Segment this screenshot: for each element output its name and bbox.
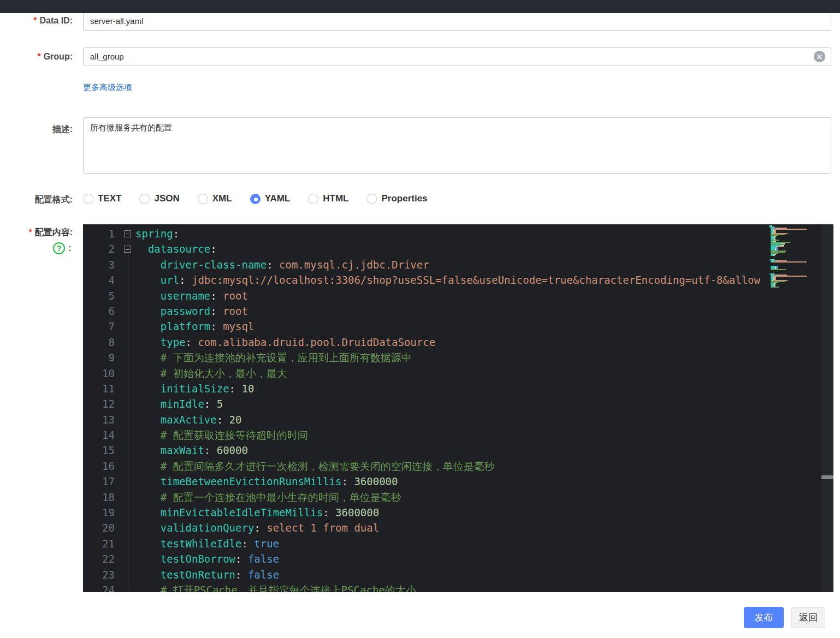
format-option-xml[interactable]: XML [198, 193, 232, 204]
code-line[interactable]: 13 maxActive: 20 [83, 412, 769, 427]
content-help-row: ? : [53, 242, 71, 254]
code-line[interactable]: 3 driver-class-name: com.mysql.cj.jdbc.D… [83, 257, 769, 272]
line-number: 21 [83, 536, 115, 551]
code-line[interactable]: 8 type: com.alibaba.druid.pool.DruidData… [83, 335, 769, 350]
format-option-yaml[interactable]: YAML [250, 193, 291, 204]
format-option-properties[interactable]: Properties [366, 193, 427, 204]
fold-collapse-icon[interactable] [124, 230, 131, 237]
code-line[interactable]: 20 validationQuery: select 1 from dual [83, 520, 769, 535]
line-number: 20 [83, 520, 115, 535]
line-number: 3 [83, 257, 115, 272]
radio-icon [250, 194, 261, 204]
code-line[interactable]: 2 datasource: [83, 241, 769, 257]
data-id-input[interactable] [83, 11, 831, 31]
line-number: 2 [83, 241, 115, 257]
code-lines[interactable]: 1spring:2 datasource:3 driver-class-name… [83, 226, 769, 592]
line-number: 10 [83, 366, 115, 381]
code-line[interactable]: 9 # 下面为连接池的补充设置，应用到上面所有数据源中 [83, 350, 769, 365]
radio-icon [308, 194, 318, 204]
fold-collapse-icon[interactable] [124, 246, 131, 253]
format-label: 配置格式: [0, 194, 73, 206]
code-line[interactable]: 12 minIdle: 5 [83, 396, 769, 412]
radio-icon [139, 194, 150, 204]
description-textarea[interactable]: 所有微服务共有的配置 [83, 117, 831, 174]
code-line[interactable]: 14 # 配置获取连接等待超时的时间 [83, 427, 769, 443]
line-number: 18 [83, 490, 115, 505]
back-button[interactable]: 返回 [791, 607, 825, 628]
code-line[interactable]: 10 # 初始化大小，最小，最大 [83, 366, 769, 381]
editor-scrollbar[interactable] [821, 224, 833, 592]
radio-icon [83, 194, 93, 204]
code-line[interactable]: 4 url: jdbc:mysql://localhost:3306/shop?… [83, 272, 769, 288]
line-number: 15 [83, 443, 115, 458]
code-line[interactable]: 22 testOnBorrow: false [83, 551, 769, 567]
line-number: 16 [83, 458, 115, 474]
format-option-json[interactable]: JSON [139, 193, 179, 204]
code-line[interactable]: 17 timeBetweenEvictionRunsMillis: 360000… [83, 474, 769, 489]
description-label: 描述: [0, 124, 73, 135]
radio-icon [366, 194, 377, 204]
minimap[interactable] [769, 225, 821, 592]
line-number: 22 [83, 551, 115, 567]
code-line[interactable]: 21 testWhileIdle: true [83, 536, 769, 551]
line-number: 13 [83, 412, 115, 427]
format-radio-group: TEXTJSONXMLYAMLHTMLProperties [83, 192, 446, 206]
top-navbar [0, 0, 840, 13]
publish-button[interactable]: 发布 [744, 607, 784, 628]
line-number: 1 [83, 226, 115, 241]
code-line[interactable]: 7 platform: mysql [83, 319, 769, 334]
line-number: 19 [83, 505, 115, 520]
line-number: 12 [83, 396, 115, 412]
required-asterisk: * [28, 228, 32, 237]
code-line[interactable]: 24 # 打开PSCache，并且指定每个连接上PSCache的大小 [83, 582, 769, 592]
required-asterisk: * [37, 52, 40, 61]
advanced-options-link[interactable]: 更多高级选项 [83, 82, 132, 93]
code-line[interactable]: 15 maxWait: 60000 [83, 443, 769, 458]
data-id-label: *Data ID: [0, 16, 73, 26]
code-line[interactable]: 19 minEvictableIdleTimeMillis: 3600000 [83, 505, 769, 520]
line-number: 7 [83, 319, 115, 334]
code-line[interactable]: 23 testOnReturn: false [83, 567, 769, 582]
line-number: 5 [83, 288, 115, 303]
clear-group-icon[interactable] [814, 51, 825, 62]
radio-icon [198, 194, 208, 204]
format-option-text[interactable]: TEXT [83, 193, 121, 204]
code-line[interactable]: 16 # 配置间隔多久才进行一次检测，检测需要关闭的空闲连接，单位是毫秒 [83, 458, 769, 474]
line-number: 11 [83, 381, 115, 396]
code-line[interactable]: 6 password: root [83, 303, 769, 319]
line-number: 8 [83, 335, 115, 350]
format-option-html[interactable]: HTML [308, 193, 348, 204]
group-input[interactable] [83, 47, 831, 65]
line-number: 23 [83, 567, 115, 582]
code-line[interactable]: 5 username: root [83, 288, 769, 303]
code-line[interactable]: 11 initialSize: 10 [83, 381, 769, 396]
line-number: 14 [83, 427, 115, 443]
nacos-edit-config-page: *Data ID: *Group: 更多高级选项 描述: 所有微服务共有的配置 … [0, 0, 840, 638]
config-content-editor[interactable]: 1spring:2 datasource:3 driver-class-name… [83, 224, 833, 592]
line-number: 24 [83, 582, 115, 592]
group-label: *Group: [0, 52, 73, 62]
line-number: 6 [83, 303, 115, 319]
line-number: 9 [83, 350, 115, 365]
required-asterisk: * [33, 16, 37, 25]
line-number: 17 [83, 474, 115, 489]
content-label: *配置内容: [0, 227, 73, 238]
scrollbar-marker[interactable] [821, 475, 833, 479]
help-colon: : [68, 243, 71, 253]
line-number: 4 [83, 272, 115, 288]
code-line[interactable]: 1spring: [83, 226, 769, 241]
code-line[interactable]: 18 # 配置一个连接在池中最小生存的时间，单位是毫秒 [83, 490, 769, 505]
help-question-icon[interactable]: ? [53, 242, 65, 254]
